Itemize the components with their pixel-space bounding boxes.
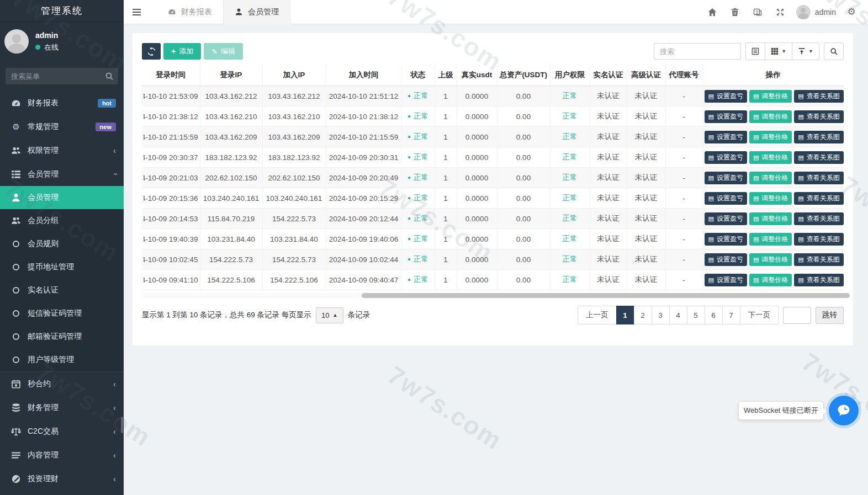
view-relation-button[interactable]: ▤查看关系图: [794, 151, 843, 164]
view-relation-button[interactable]: ▤查看关系图: [794, 212, 843, 225]
search-icon: [830, 47, 838, 55]
page-button-7[interactable]: 7: [722, 306, 740, 324]
view-relation-button[interactable]: ▤查看关系图: [794, 172, 843, 184]
menu-toggle-icon[interactable]: [124, 0, 149, 24]
main-content: + 添加 ✎ 编辑 ▼: [124, 24, 868, 495]
prev-page-button[interactable]: 上一页: [578, 306, 617, 324]
page-button-1[interactable]: 1: [616, 306, 634, 324]
sidebar-item-member-groups[interactable]: 会员分组: [0, 209, 124, 232]
cell-status: ●正常: [401, 209, 435, 229]
view-relation-button[interactable]: ▤查看关系图: [794, 110, 843, 123]
view-relation-button[interactable]: ▤查看关系图: [794, 274, 843, 286]
home-icon[interactable]: [701, 0, 724, 24]
page-size-dropdown[interactable]: 10 ▲: [316, 307, 343, 323]
sidebar-item-finance-management[interactable]: 财务管理‹: [0, 396, 124, 419]
sidebar-item-general-management[interactable]: ⚙常规管理new: [0, 115, 124, 139]
toggle-view-button[interactable]: [745, 42, 765, 60]
sidebar-item-c2c-trade[interactable]: C2C交易‹: [0, 419, 124, 443]
sidebar-item-investment[interactable]: 投资理财‹: [0, 467, 124, 491]
user-avatar: [4, 29, 29, 54]
adjust-price-button[interactable]: ▤调整价格: [749, 253, 792, 266]
tab-member-management[interactable]: 会员管理: [223, 0, 290, 24]
table-horizontal-scrollbar[interactable]: [142, 293, 844, 298]
topbar-user[interactable]: admin: [796, 5, 836, 19]
sidebar-item-label: 短信验证码管理: [28, 308, 116, 318]
column-header: 总资产(USDT): [497, 65, 550, 86]
page-jump-button[interactable]: 跳转: [816, 307, 844, 324]
view-relation-button[interactable]: ▤查看关系图: [794, 253, 843, 266]
sidebar-item-sms-code-management[interactable]: 短信验证码管理: [0, 302, 124, 325]
cell-status: ●正常: [401, 229, 435, 249]
status-dot-icon: ●: [407, 236, 411, 242]
set-pl-button[interactable]: ▤设置盈亏: [705, 253, 747, 266]
adjust-price-button[interactable]: ▤调整价格: [749, 172, 792, 184]
set-pl-button[interactable]: ▤设置盈亏: [705, 131, 747, 143]
chevron-left-icon: ‹: [113, 474, 116, 483]
set-pl-button[interactable]: ▤设置盈亏: [705, 151, 747, 164]
adjust-price-button[interactable]: ▤调整价格: [749, 192, 792, 205]
table-row: 2024-10-09 19:40:39103.231.84.40103.231.…: [142, 229, 844, 249]
set-pl-button[interactable]: ▤设置盈亏: [705, 212, 747, 225]
sidebar-item-realname-auth[interactable]: 实名认证: [0, 279, 124, 302]
view-relation-button[interactable]: ▤查看关系图: [794, 233, 843, 246]
cell-permission: 正常: [550, 270, 590, 290]
next-page-button[interactable]: 下一页: [740, 306, 779, 324]
adjust-price-button[interactable]: ▤调整价格: [749, 151, 792, 164]
sidebar-item-permission-management[interactable]: 权限管理‹: [0, 139, 124, 162]
adjust-price-button[interactable]: ▤调整价格: [749, 90, 792, 103]
sidebar-menu-bottom: 秒合约‹财务管理‹C2C交易‹内容管理‹投资理财‹: [0, 371, 124, 491]
sidebar-scrollbar[interactable]: [121, 417, 123, 433]
badge-new: new: [96, 123, 116, 131]
export-dropdown-button[interactable]: ▼: [792, 42, 819, 60]
trash-icon[interactable]: [724, 0, 747, 24]
set-pl-button[interactable]: ▤设置盈亏: [705, 233, 747, 246]
page-jump-input[interactable]: [783, 307, 811, 324]
sidebar-item-content-management[interactable]: 内容管理‹: [0, 443, 124, 467]
scrollbar-thumb[interactable]: [362, 293, 850, 298]
sidebar-item-member-management-section[interactable]: 会员管理‹: [0, 162, 124, 186]
view-relation-button[interactable]: ▤查看关系图: [794, 131, 843, 143]
set-pl-button[interactable]: ▤设置盈亏: [705, 274, 747, 286]
sidebar-search-input[interactable]: [6, 68, 118, 84]
set-pl-button[interactable]: ▤设置盈亏: [705, 90, 747, 103]
sidebar-item-withdraw-address-management[interactable]: 提币地址管理: [0, 256, 124, 279]
adjust-price-button[interactable]: ▤调整价格: [749, 131, 792, 143]
user-panel: admin 在线: [0, 22, 124, 63]
view-relation-button[interactable]: ▤查看关系图: [794, 192, 843, 205]
search-submit-button[interactable]: [824, 42, 844, 60]
refresh-button[interactable]: [142, 43, 161, 60]
page-button-6[interactable]: 6: [705, 306, 723, 324]
add-button[interactable]: + 添加: [163, 43, 201, 60]
sidebar-item-email-code-management[interactable]: 邮箱验证码管理: [0, 325, 124, 348]
adjust-price-button[interactable]: ▤调整价格: [749, 274, 792, 286]
adjust-price-button[interactable]: ▤调整价格: [749, 212, 792, 225]
set-pl-button[interactable]: ▤设置盈亏: [705, 192, 747, 205]
view-relation-button[interactable]: ▤查看关系图: [794, 90, 843, 103]
adjust-price-button[interactable]: ▤调整价格: [749, 110, 792, 123]
column-header: 登录时间: [142, 65, 200, 86]
cogs-icon: ⚙: [11, 123, 21, 131]
sidebar-item-finance-report[interactable]: 财务报表hot: [0, 91, 124, 115]
cell-realname: 未认证: [590, 127, 627, 147]
set-pl-button[interactable]: ▤设置盈亏: [705, 172, 747, 184]
columns-dropdown-button[interactable]: ▼: [765, 42, 792, 60]
fullscreen-icon[interactable]: [769, 0, 792, 24]
adjust-price-button[interactable]: ▤调整价格: [749, 233, 792, 246]
page-button-5[interactable]: 5: [687, 306, 705, 324]
sidebar-item-user-level-management[interactable]: 用户等级管理: [0, 348, 124, 371]
edit-button[interactable]: ✎ 编辑: [204, 43, 243, 60]
sidebar-item-member-management[interactable]: 会员管理: [0, 186, 124, 209]
chat-fab-button[interactable]: [829, 396, 859, 425]
settings-gear-icon[interactable]: ⚙: [840, 6, 862, 18]
list-alt-icon: [11, 451, 21, 460]
column-header: 代理账号: [665, 65, 702, 86]
set-pl-button[interactable]: ▤设置盈亏: [705, 110, 747, 123]
tab-finance-report[interactable]: 财务报表: [157, 0, 223, 24]
translate-icon[interactable]: 文: [747, 0, 769, 24]
page-button-3[interactable]: 3: [652, 306, 670, 324]
page-button-2[interactable]: 2: [634, 306, 652, 324]
sidebar-item-second-contract[interactable]: 秒合约‹: [0, 372, 124, 396]
page-button-4[interactable]: 4: [669, 306, 687, 324]
sidebar-item-member-rules[interactable]: 会员规则: [0, 232, 124, 256]
table-search-input[interactable]: [654, 43, 741, 60]
